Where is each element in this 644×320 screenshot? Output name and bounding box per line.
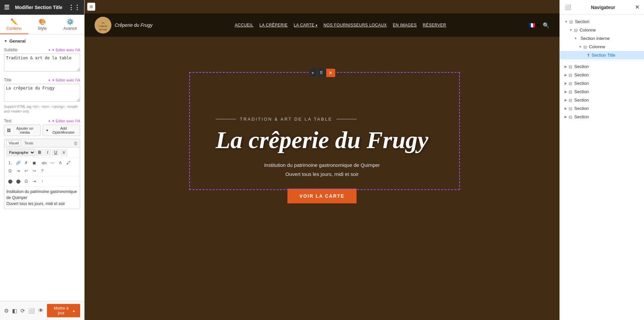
text-ai-btn[interactable]: ✦ Editer avec l'IA [48,119,80,123]
back-icon[interactable]: ⬜ [565,4,571,10]
title-label-row: Title ✦ Editer avec l'IA [4,78,80,82]
undo-btn[interactable]: ↩ [22,167,30,175]
custom-chars-btn[interactable]: Ω [6,167,14,175]
bold-btn[interactable]: B [36,149,43,156]
underline-btn[interactable]: U [52,149,59,156]
custom3-btn[interactable]: ↑ [39,178,46,185]
help-btn[interactable]: ? [39,167,46,175]
custom1-btn[interactable]: Ω [22,178,30,185]
subtitle-textarea[interactable]: Tradition & art de la table [4,54,80,72]
history-icon[interactable]: ⟳ [20,308,25,314]
add-element-btn[interactable]: + [309,69,317,77]
nav-section-10[interactable]: ▶ ▤ Section [560,104,644,113]
tab-avance[interactable]: ⚙️ Avancé [56,15,84,34]
editor-content[interactable]: Institution du patrimoine gastronomique … [4,187,80,209]
section-icon-9: ▤ [569,98,572,103]
close-element-btn[interactable]: ✕ [326,69,335,77]
right-panel-header: ⬜ Navigateur ✕ [560,0,644,15]
tab-style[interactable]: 🎨 Style [28,15,56,34]
nav-carte[interactable]: LA CARTE [294,23,318,27]
strikethrough-btn[interactable]: abc [41,159,48,167]
bg-color-btn[interactable]: 🖍 [65,159,72,167]
search-icon[interactable]: 🔍 [543,22,549,28]
redo-btn[interactable]: ↪ [31,167,38,175]
editor-delete-btn[interactable]: 🗑 [73,141,78,146]
nav-reserver[interactable]: RÉSERVER [423,23,446,27]
close-navigator-btn[interactable]: ✕ [635,4,639,10]
add-media-btn[interactable]: 🖼 Ajouter un média [4,125,41,136]
move-btn[interactable]: ⠿ [317,69,326,77]
editor-tab-visuel[interactable]: Visuel [6,140,21,146]
italic-btn[interactable]: I [44,149,51,156]
section-icon-11: ▤ [569,115,572,119]
custom2-btn[interactable]: ⇥ [31,178,38,185]
section-icon-5: ▤ [569,64,572,69]
eye-icon[interactable]: 👁 [38,308,44,314]
nav-section-0-label: Section [575,19,589,24]
update-btn[interactable]: Mettre à jour ▲ [47,304,80,317]
update-label: Mettre à jour [52,306,71,315]
code-btn[interactable]: ◼ [31,159,38,167]
left-panel-title: Modifier Section Title [15,5,62,10]
page-nav-icon[interactable]: ⊞ [87,3,95,11]
hero-cta-btn[interactable]: VOIR LA CARTE [287,189,357,203]
hr-btn[interactable]: — [49,159,56,167]
nav-section-8[interactable]: ▶ ▤ Section [560,87,644,96]
grid-icon[interactable]: ⋮⋮ [68,4,80,11]
general-label: General [9,39,25,44]
nav-creperie[interactable]: LA CRÊPERIE [260,23,288,27]
layers-icon[interactable]: ◧ [12,308,17,314]
nav-colonne-1[interactable]: ▼ ▤ Colonne [560,26,644,34]
text-label-row: Text ✦ Editer avec l'IA [4,119,80,123]
text-editor: Visuel Texte 🗑 Paragraphe B I U ≡ 1. 🔗 [4,139,80,209]
general-section-header: ▼ General [4,39,80,44]
section-icon-7: ▤ [569,81,572,86]
tab-contenu-label: Contenu [6,26,21,31]
nav-section-0[interactable]: ▼ ▤ Section [560,17,644,26]
preview-navbar: La Crêperie du Frugy Crêperie du Frugy A… [85,13,559,37]
add-optinmonster-btn[interactable]: ✦ Add OptinMonster [43,125,80,136]
indent-btn[interactable]: ⇥ [14,167,22,175]
nav-section-9[interactable]: ▶ ▤ Section [560,96,644,104]
template-icon[interactable]: ⬜ [28,308,35,314]
nav-colonne-3[interactable]: ▼ ▤ Colonne [560,43,644,51]
section-icon-0: ▤ [569,19,573,24]
subtitle-ai-btn[interactable]: ✦ Editer avec l'IA [48,48,80,52]
unlink-btn[interactable]: ✗ [22,159,30,167]
nav-section-5[interactable]: ▶ ▤ Section [560,62,644,71]
nav-images[interactable]: EN IMAGES [393,23,417,27]
title-ai-btn[interactable]: ✦ Editer avec l'IA [48,78,80,82]
nav-accueil[interactable]: ACCUEIL [235,23,254,27]
hero-content: TRADITION & ART DE LA TABLE La crêperie … [209,110,435,210]
nav-section-6[interactable]: ▶ ▤ Section [560,71,644,79]
nav-section-11[interactable]: ▶ ▤ Section [560,113,644,121]
ol-btn[interactable]: 1. [6,159,14,167]
colonne-icon-3: ▤ [583,45,587,49]
align-center-btn[interactable]: ⬤ [14,178,22,185]
paragraph-select[interactable]: Paragraphe [6,149,35,156]
nav-fournisseurs[interactable]: NOS FOURNISSEURS LOCAUX [323,23,387,27]
editor-toolbar-row1: Paragraphe B I U ≡ [4,147,80,158]
align-left-btn[interactable]: ⬤ [6,178,14,185]
editor-tab-texte[interactable]: Texte [22,140,35,146]
subtitle-label-row: Subtitle ✦ Editer avec l'IA [4,48,80,52]
tab-contenu[interactable]: ✏️ Contenu [0,15,28,34]
nav-section-6-label: Section [574,72,589,77]
left-panel: ☰ Modifier Section Title ⋮⋮ ✏️ Contenu 🎨… [0,0,85,320]
expand-arrow-8: ▶ [565,90,567,93]
preview-logo: La Crêperie du Frugy Crêperie du Frugy [95,17,153,34]
nav-section-interne[interactable]: ▼ Section interne [560,34,644,43]
nav-section-title[interactable]: ▶ T Section Title [560,51,644,59]
settings-icon[interactable]: ⚙ [4,308,9,314]
hamburger-icon[interactable]: ☰ [4,4,9,11]
expand-arrow-7: ▶ [565,81,567,85]
tab-avance-label: Avancé [63,26,77,31]
nav-section-7[interactable]: ▶ ▤ Section [560,79,644,87]
expand-arrow-1: ▼ [569,28,573,32]
link-btn[interactable]: 🔗 [14,159,22,167]
font-color-btn[interactable]: A [57,159,64,167]
list-btn[interactable]: ≡ [60,149,67,156]
logo-image: La Crêperie du Frugy [95,17,111,34]
title-textarea[interactable]: La crêperie du Frugy [4,84,80,102]
flag-icon[interactable]: 🇫🇷 ▾ [529,22,539,28]
